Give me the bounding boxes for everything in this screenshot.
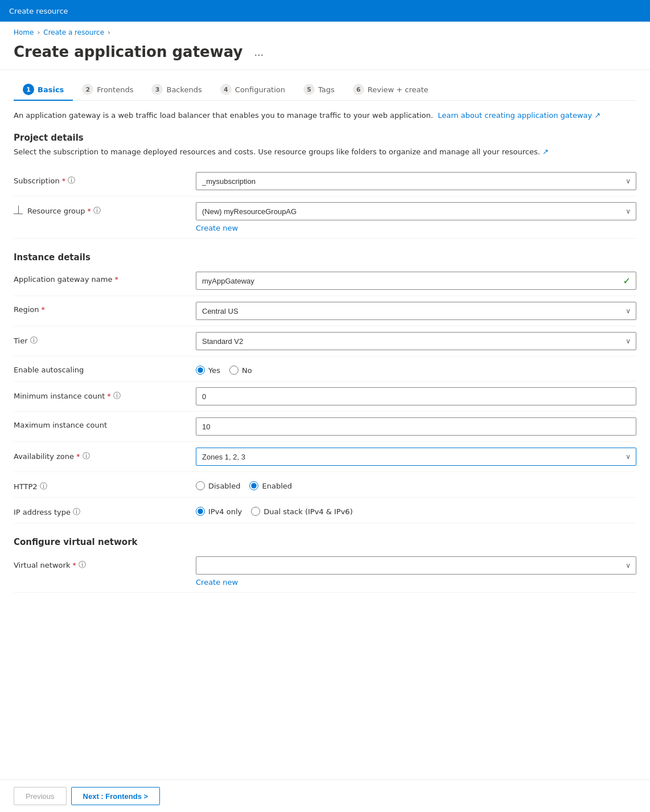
- resource-group-required: *: [88, 207, 92, 215]
- max-instance-field: [196, 417, 636, 436]
- tab-tags[interactable]: 5 Tags: [294, 79, 344, 101]
- availability-zone-row: Availability zone * ⓘ Zones 1, 2, 3 ∨: [14, 442, 636, 472]
- autoscaling-no-option[interactable]: No: [229, 366, 252, 375]
- tab-review[interactable]: 6 Review + create: [344, 79, 438, 101]
- min-instance-required: *: [107, 392, 111, 400]
- page-header: Create application gateway ...: [0, 39, 650, 70]
- tier-field: Standard V2 ∨: [196, 332, 636, 350]
- availability-zone-info-icon[interactable]: ⓘ: [83, 451, 90, 461]
- learn-more-link[interactable]: Learn about creating application gateway…: [438, 111, 600, 120]
- footer: Previous Next : Frontends >: [0, 780, 650, 812]
- breadcrumb: Home › Create a resource ›: [0, 22, 650, 39]
- resource-group-create-new[interactable]: Create new: [196, 224, 636, 232]
- ipv4-only-option[interactable]: IPv4 only: [196, 507, 242, 516]
- ip-address-type-radio-group: IPv4 only Dual stack (IPv4 & IPv6): [196, 503, 636, 516]
- http2-radio-group: Disabled Enabled: [196, 478, 636, 490]
- availability-zone-select[interactable]: Zones 1, 2, 3: [196, 448, 636, 466]
- region-select[interactable]: Central US: [196, 302, 636, 320]
- tab-frontends-label: Frontends: [97, 85, 133, 94]
- connector-line: [14, 202, 23, 214]
- virtual-network-select-wrapper: ∨: [196, 556, 636, 575]
- previous-button[interactable]: Previous: [14, 787, 67, 805]
- min-instance-row: Minimum instance count * ⓘ: [14, 382, 636, 412]
- tier-select[interactable]: Standard V2: [196, 332, 636, 350]
- autoscaling-no-radio[interactable]: [229, 366, 238, 375]
- dual-stack-label: Dual stack (IPv4 & IPv6): [264, 507, 352, 516]
- availability-zone-label: Availability zone * ⓘ: [14, 448, 196, 461]
- virtual-network-select[interactable]: [196, 556, 636, 575]
- http2-disabled-label: Disabled: [208, 482, 240, 490]
- tab-backends-label: Backends: [166, 85, 201, 94]
- gateway-name-field: ✓: [196, 272, 636, 290]
- region-select-wrapper: Central US ∨: [196, 302, 636, 320]
- gateway-name-check-icon: ✓: [623, 276, 631, 286]
- subscription-field: _mysubscription ∨: [196, 172, 636, 190]
- tab-frontends[interactable]: 2 Frontends: [73, 79, 142, 101]
- virtual-network-create-new[interactable]: Create new: [196, 578, 636, 587]
- tab-basics[interactable]: 1 Basics: [14, 79, 73, 101]
- project-desc-link[interactable]: ↗: [542, 147, 549, 156]
- resource-group-row: Resource group * ⓘ (New) myResourceGroup…: [14, 196, 636, 239]
- tab-basics-number: 1: [23, 84, 34, 95]
- tab-review-number: 6: [353, 84, 364, 95]
- next-button[interactable]: Next : Frontends >: [71, 787, 161, 805]
- ipv4-only-label: IPv4 only: [208, 507, 242, 516]
- gateway-name-input-wrapper: ✓: [196, 272, 636, 290]
- project-details-desc: Select the subscription to manage deploy…: [14, 146, 636, 158]
- http2-enabled-option[interactable]: Enabled: [249, 481, 292, 490]
- http2-enabled-label: Enabled: [262, 482, 292, 490]
- http2-info-icon[interactable]: ⓘ: [40, 481, 47, 491]
- resource-group-info-icon[interactable]: ⓘ: [93, 206, 101, 216]
- breadcrumb-home[interactable]: Home: [14, 28, 34, 36]
- gateway-name-input[interactable]: [196, 272, 636, 290]
- subscription-info-icon[interactable]: ⓘ: [68, 175, 75, 186]
- virtual-network-field: ∨ Create new: [196, 556, 636, 587]
- tier-label: Tier ⓘ: [14, 332, 196, 346]
- max-instance-input[interactable]: [196, 417, 636, 436]
- subscription-select[interactable]: _mysubscription: [196, 172, 636, 190]
- tab-backends[interactable]: 3 Backends: [142, 79, 211, 101]
- http2-field: Disabled Enabled: [196, 478, 636, 490]
- instance-details-title: Instance details: [14, 252, 636, 263]
- ellipsis-button[interactable]: ...: [249, 44, 268, 60]
- virtual-network-row: Virtual network * ⓘ ∨ Create new: [14, 551, 636, 593]
- ipv4-only-radio[interactable]: [196, 507, 205, 516]
- tab-configuration[interactable]: 4 Configuration: [211, 79, 294, 101]
- dual-stack-option[interactable]: Dual stack (IPv4 & IPv6): [251, 507, 352, 516]
- breadcrumb-sep1: ›: [37, 28, 40, 36]
- tab-tags-number: 5: [303, 84, 315, 95]
- ip-address-type-info-icon[interactable]: ⓘ: [73, 507, 80, 517]
- dual-stack-radio[interactable]: [251, 507, 260, 516]
- http2-row: HTTP2 ⓘ Disabled Enabled: [14, 472, 636, 498]
- virtual-network-info-icon[interactable]: ⓘ: [79, 560, 86, 570]
- page-title: Create application gateway: [14, 43, 242, 60]
- http2-disabled-option[interactable]: Disabled: [196, 481, 240, 490]
- tab-frontends-number: 2: [82, 84, 93, 95]
- http2-disabled-radio[interactable]: [196, 481, 205, 490]
- autoscaling-yes-option[interactable]: Yes: [196, 366, 220, 375]
- breadcrumb-create-resource[interactable]: Create a resource: [43, 28, 104, 36]
- autoscaling-yes-label: Yes: [208, 366, 220, 375]
- autoscaling-no-label: No: [242, 366, 252, 375]
- project-details-title: Project details: [14, 133, 636, 143]
- max-instance-row: Maximum instance count: [14, 412, 636, 442]
- http2-enabled-radio[interactable]: [249, 481, 258, 490]
- min-instance-label: Minimum instance count * ⓘ: [14, 387, 196, 401]
- subscription-required: *: [62, 177, 66, 185]
- tab-configuration-number: 4: [220, 84, 232, 95]
- gateway-name-label: Application gateway name *: [14, 272, 196, 284]
- gateway-name-row: Application gateway name * ✓: [14, 266, 636, 296]
- subscription-select-wrapper: _mysubscription ∨: [196, 172, 636, 190]
- min-instance-input[interactable]: [196, 387, 636, 405]
- resource-group-label: Resource group * ⓘ: [27, 202, 101, 216]
- tier-info-icon[interactable]: ⓘ: [30, 335, 38, 346]
- region-label: Region *: [14, 302, 196, 314]
- availability-zone-field: Zones 1, 2, 3 ∨: [196, 448, 636, 466]
- tier-row: Tier ⓘ Standard V2 ∨: [14, 326, 636, 356]
- virtual-network-required: *: [72, 561, 76, 569]
- min-instance-info-icon[interactable]: ⓘ: [113, 391, 121, 401]
- resource-group-select[interactable]: (New) myResourceGroupAG: [196, 202, 636, 220]
- region-field: Central US ∨: [196, 302, 636, 320]
- autoscaling-yes-radio[interactable]: [196, 366, 205, 375]
- region-row: Region * Central US ∨: [14, 296, 636, 326]
